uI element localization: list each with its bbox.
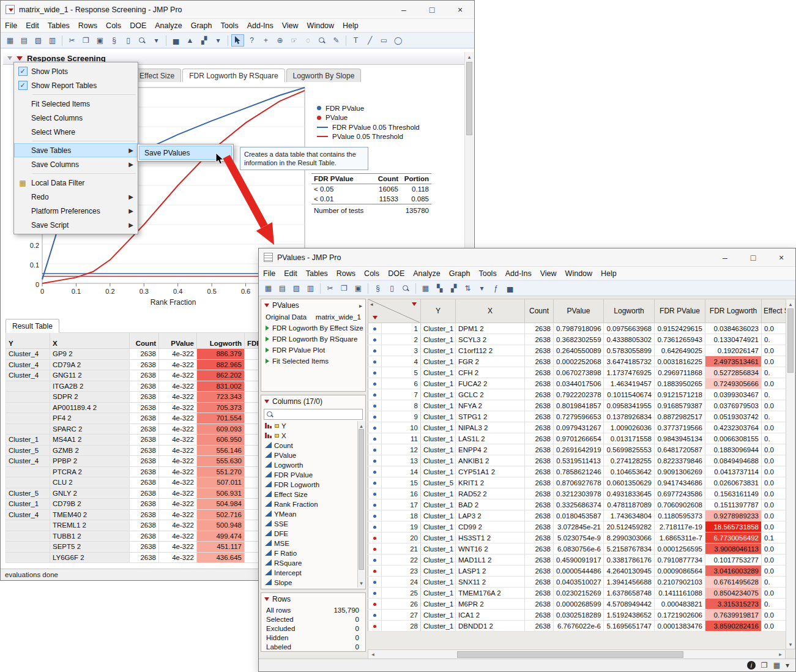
join-icon[interactable]: ▞ [447,282,460,294]
copy-icon[interactable]: ❐ [80,34,92,47]
subset-icon[interactable]: ▚ [433,282,446,294]
fdr-logworth-cell[interactable]: 0.9278989233 [705,510,762,521]
result-col-header-pvalue[interactable]: PValue [159,333,197,349]
close-button[interactable]: × [446,1,474,18]
grid-col-header-fdr-logworth[interactable]: FDR Logworth [705,299,762,323]
effect-size-cell[interactable]: 0.0 [762,621,786,632]
x-cell[interactable]: PF4 2 [50,413,130,424]
menu-item-select-columns[interactable]: Select Columns [14,111,138,125]
effect-size-cell[interactable]: 0.0 [762,444,786,455]
pvalue-cell[interactable]: 0.9701266654 [554,433,604,444]
pvalue-cell[interactable]: 4e-322 [159,349,197,360]
x-cell[interactable]: LY6G6F 2 [50,552,130,563]
grid-col-header-logworth[interactable]: Logworth [604,299,655,323]
fdr-logworth-cell[interactable]: 0.7639919817 [705,610,762,621]
save-icon[interactable]: ▥ [304,282,317,294]
row-state-marker[interactable] [368,433,382,444]
fdr-logworth-cell[interactable]: 0.0413737114 [705,466,762,477]
effect-size-cell[interactable]: 0.0 [762,610,786,621]
y-cell[interactable]: Cluster_1 [421,400,456,411]
row-state-marker[interactable] [368,543,382,554]
y-cell[interactable]: Cluster_1 [421,488,456,499]
logworth-cell[interactable]: 506.931 [197,488,245,499]
logworth-cell[interactable]: 1.1737476925 [604,367,655,378]
fdr-logworth-cell[interactable]: 0.0376979503 [705,400,762,411]
menu-item-fit-selected-items[interactable]: Fit Selected Items [14,97,138,111]
oval-annotation-icon[interactable]: ◯ [392,34,404,47]
pvalue-cell[interactable]: 0.0344017506 [554,378,604,389]
x-cell[interactable]: CLU 2 [50,477,130,488]
pvalue-cell[interactable]: 4e-322 [159,435,197,446]
pvalue-cell[interactable]: 0.3325686374 [554,499,604,510]
row-number[interactable]: 6 [382,378,421,389]
sidebar-collapse-icon[interactable]: ◂ [370,301,373,307]
menu-tables[interactable]: Tables [43,20,74,31]
row-state-marker[interactable] [368,378,382,389]
x-cell[interactable]: SNX11 2 [456,577,525,588]
count-cell[interactable]: 2638 [525,400,554,411]
y-cell[interactable]: Cluster_1 [421,599,456,610]
x-cell[interactable]: GCLC 2 [456,389,525,400]
new-journal-icon[interactable]: ▤ [18,34,31,47]
menu-item-local-data-filter[interactable]: ▦Local Data Filter [14,176,138,190]
y-cell[interactable]: Cluster_1 [421,621,456,632]
graph-builder-icon[interactable]: ▞ [198,34,210,47]
row-number[interactable]: 12 [382,444,421,455]
x-cell[interactable]: CD99 2 [456,521,525,532]
annotate-tool-icon[interactable]: ✎ [330,34,343,47]
pvalue-cell[interactable]: 0.8706927678 [554,477,604,488]
row-state-marker[interactable] [368,334,382,345]
script-item-fit-selected-items[interactable]: Fit Selected Items [261,356,365,367]
logworth-cell[interactable]: 886.379 [197,349,245,360]
logworth-cell[interactable]: 5.1695651747 [604,621,655,632]
pvalue-cell[interactable]: 4e-322 [159,531,197,542]
column-item-slope[interactable]: Slope [262,578,357,588]
grid-vertical-scrollbar[interactable]: ▴ ▾ [786,299,795,649]
y-cell[interactable]: Cluster_1 [421,499,456,510]
column-item-pvalue[interactable]: PValue [262,450,357,460]
count-cell[interactable]: 2638 [525,499,554,510]
y-cell[interactable]: Cluster_4 [6,359,50,370]
fdr-logworth-cell[interactable]: 3.315315273 [705,599,762,610]
logworth-cell[interactable]: 0.0958341955 [604,400,655,411]
pvalue-cell[interactable]: 4e-322 [159,456,197,467]
row-number[interactable]: 20 [382,532,421,543]
new-journal-icon[interactable]: ▤ [276,282,289,294]
fdr-pvalue-cell[interactable]: 0.642649025 [655,345,705,356]
logworth-cell[interactable]: 882.965 [197,359,245,370]
menu-tools[interactable]: Tools [216,20,242,31]
x-cell[interactable]: MS4A1 2 [50,435,130,446]
count-cell[interactable]: 2638 [130,552,159,563]
logworth-cell[interactable]: 4.5708949442 [604,599,655,610]
count-cell[interactable]: 2638 [525,621,554,632]
pvalue-cell[interactable]: 0.0670273898 [554,367,604,378]
count-cell[interactable]: 2638 [130,435,159,446]
menu-window[interactable]: Window [561,268,597,279]
count-cell[interactable]: 2638 [525,444,554,455]
row-number[interactable]: 15 [382,477,421,488]
y-cell[interactable]: Cluster_5 [421,477,456,488]
count-cell[interactable]: 2638 [130,499,159,510]
row-number[interactable]: 13 [382,455,421,466]
paste-icon[interactable]: ▣ [94,34,106,47]
x-cell[interactable]: NFYA 2 [456,400,525,411]
count-cell[interactable]: 2638 [525,577,554,588]
count-cell[interactable]: 2638 [525,599,554,610]
y-cell[interactable]: Cluster_1 [421,411,456,422]
count-cell[interactable]: 2638 [130,424,159,435]
fdr-logworth-cell[interactable]: 0.0260673831 [705,477,762,488]
scroll-up-icon[interactable]: ▴ [465,52,474,61]
x-cell[interactable]: DPM1 2 [456,323,525,334]
fdr-logworth-cell[interactable]: 0.5272856834 [705,367,762,378]
pvalue-cell[interactable]: 0.8019841857 [554,400,604,411]
red-triangle-menu-icon[interactable] [264,304,269,307]
grid-corner[interactable]: ◂ [368,299,421,323]
effect-size-cell[interactable]: 0.0 [762,477,786,488]
y-cell[interactable]: Cluster_1 [421,356,456,367]
count-cell[interactable]: 2638 [525,466,554,477]
maximize-button[interactable]: □ [418,1,446,18]
search-input[interactable] [276,411,360,418]
pvalue-cell[interactable]: 4e-322 [159,381,197,392]
y-cell[interactable]: Cluster_1 [421,345,456,356]
column-item-sse[interactable]: SSE [262,519,357,529]
